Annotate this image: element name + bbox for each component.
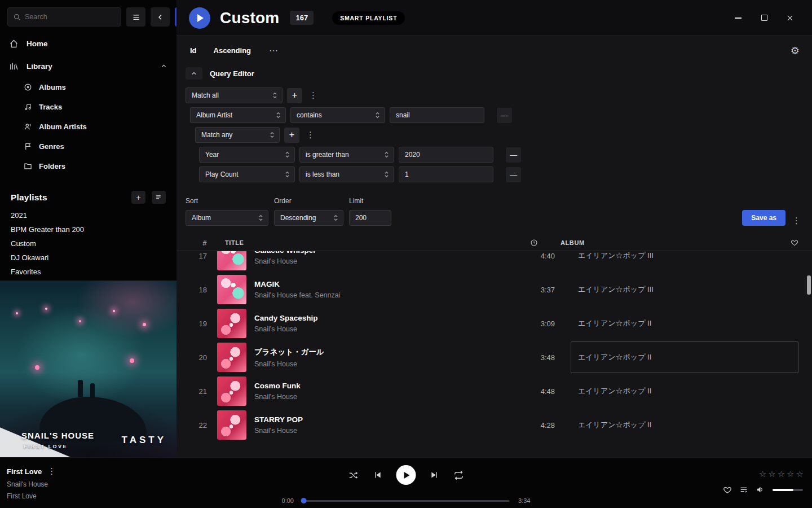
track-title: STARRY POP [254, 415, 523, 424]
track-row[interactable]: 22 STARRY POP Snail's House 4:28 エイリアン☆ポ… [176, 408, 812, 442]
limit-input[interactable] [349, 210, 391, 226]
star-icon[interactable]: ☆ [759, 469, 766, 479]
query-editor: Query Editor Match all + ⋮ Album Artist … [176, 67, 812, 226]
skip-previous-icon[interactable] [373, 470, 382, 480]
more-options-icon[interactable]: ⋯ [269, 45, 279, 56]
maximize-button[interactable] [759, 13, 769, 23]
volume-slider[interactable] [773, 489, 803, 491]
track-number: 17 [190, 252, 207, 260]
volume-icon[interactable] [756, 485, 765, 494]
search-input[interactable] [25, 13, 116, 21]
home-icon [9, 39, 19, 49]
track-album[interactable]: エイリアン☆ポップ III [571, 274, 798, 305]
sidebar-item-library[interactable]: Library [0, 55, 176, 77]
save-as-button[interactable]: Save as [742, 210, 785, 226]
playlist-item-custom[interactable]: Custom [0, 237, 176, 251]
playlist-options-button[interactable] [152, 191, 166, 204]
group-menu-icon[interactable]: ⋮ [304, 130, 317, 140]
track-album[interactable]: エイリアン☆ポップ III [571, 251, 798, 271]
track-album[interactable]: エイリアン☆ポップ II [571, 409, 798, 441]
track-title: プラネット・ガール [254, 347, 523, 357]
close-button[interactable] [785, 13, 795, 23]
rule-value-input[interactable] [399, 167, 493, 182]
playlist-item-dj-okawari[interactable]: DJ Okawari [0, 251, 176, 265]
chevron-up-icon[interactable] [160, 63, 167, 70]
star-icon[interactable]: ☆ [796, 469, 804, 479]
match-mode-select[interactable]: Match any [195, 127, 280, 143]
add-rule-button[interactable]: + [287, 88, 302, 103]
repeat-icon[interactable] [454, 470, 464, 480]
sort-select[interactable]: Album [186, 210, 268, 226]
favorite-heart-icon[interactable] [723, 485, 732, 494]
sidebar-item-albums[interactable]: Albums [0, 77, 176, 97]
smart-playlist-badge: SMART PLAYLIST [332, 11, 405, 25]
now-playing-menu-icon[interactable]: ⋮ [47, 466, 56, 476]
query-editor-header: Query Editor [186, 67, 812, 80]
track-album[interactable]: エイリアン☆ポップ II [571, 308, 798, 339]
sidebar: Home Library Albums Tracks Album Artists… [0, 0, 176, 457]
seek-bar[interactable] [302, 500, 510, 502]
track-row[interactable]: 20 プラネット・ガール Snail's House 3:48 エイリアン☆ポッ… [176, 340, 812, 374]
seek-handle[interactable] [301, 498, 307, 503]
track-row[interactable]: 21 Cosmo Funk Snail's House 4:48 エイリアン☆ポ… [176, 374, 812, 408]
sidebar-item-folders[interactable]: Folders [0, 156, 176, 176]
rule-field-select[interactable]: Play Count [199, 167, 295, 182]
rule-value-input[interactable] [390, 107, 484, 123]
remove-rule-button[interactable]: — [506, 147, 521, 163]
track-row[interactable]: 18 MAGIK Snail's House feat. Sennzai 3:3… [176, 273, 812, 306]
play-playlist-button[interactable] [189, 7, 210, 29]
add-rule-button[interactable]: + [284, 128, 299, 143]
list-icon [155, 194, 162, 201]
track-album[interactable]: エイリアン☆ポップ II [571, 375, 798, 407]
scrollbar-thumb[interactable] [807, 275, 811, 295]
order-select[interactable]: Descending [274, 210, 343, 226]
search-box[interactable] [7, 7, 121, 27]
rule-field-select[interactable]: Year [199, 147, 295, 163]
save-menu-icon[interactable]: ⋮ [790, 216, 803, 226]
remove-rule-button[interactable]: — [497, 108, 512, 123]
sidebar-item-home[interactable]: Home [0, 32, 176, 55]
gear-icon[interactable]: ⚙ [791, 46, 800, 56]
favorite-heart-icon[interactable] [782, 239, 798, 247]
col-title[interactable]: TITLE [225, 239, 506, 246]
rule-operator-select[interactable]: is less than [299, 167, 394, 182]
rule-operator-select[interactable]: is greater than [299, 147, 394, 163]
col-number[interactable]: # [190, 239, 207, 247]
sort-order-label[interactable]: Ascending [214, 46, 251, 55]
group-menu-icon[interactable]: ⋮ [307, 90, 320, 100]
add-playlist-button[interactable]: + [131, 191, 145, 204]
track-row[interactable]: 19 Candy Spaceship Snail's House 3:09 エイ… [176, 306, 812, 340]
rule-operator-select[interactable]: contains [290, 107, 385, 123]
duration-clock-icon[interactable] [506, 239, 538, 247]
sidebar-item-album-artists[interactable]: Album Artists [0, 117, 176, 137]
star-icon[interactable]: ☆ [787, 469, 794, 479]
track-count-badge: 167 [290, 11, 314, 25]
playlist-item-2021[interactable]: 2021 [0, 208, 176, 222]
star-icon[interactable]: ☆ [768, 469, 775, 479]
sidebar-item-tracks[interactable]: Tracks [0, 97, 176, 117]
sort-field-label[interactable]: Id [190, 46, 197, 55]
track-row[interactable]: 17 Galactic Whisper Snail's House 4:40 エ… [176, 251, 812, 273]
play-pause-button[interactable] [396, 465, 416, 485]
track-number: 19 [190, 319, 207, 328]
page-title: Custom [220, 9, 279, 27]
shuffle-icon[interactable] [348, 470, 359, 480]
playlist-item-favorites[interactable]: Favorites [0, 265, 176, 279]
track-album-focused[interactable]: エイリアン☆ポップ II [571, 341, 798, 373]
rule-field-select[interactable]: Album Artist [190, 107, 286, 123]
nav-back-button[interactable] [151, 7, 170, 27]
queue-icon[interactable] [739, 485, 748, 494]
sidebar-item-genres[interactable]: Genres [0, 137, 176, 156]
collapse-query-button[interactable] [186, 67, 202, 80]
remove-rule-button[interactable]: — [506, 167, 521, 182]
rule-value-input[interactable] [399, 147, 493, 163]
skip-next-icon[interactable] [430, 470, 440, 480]
menu-button[interactable] [126, 7, 145, 27]
star-icon[interactable]: ☆ [778, 469, 785, 479]
minimize-button[interactable] [733, 13, 743, 23]
col-album[interactable]: ALBUM [554, 239, 782, 246]
match-mode-select[interactable]: Match all [186, 87, 283, 103]
rating-stars: ☆ ☆ ☆ ☆ ☆ [759, 469, 804, 479]
playlist-item-bpm[interactable]: BPM Greater than 200 [0, 222, 176, 237]
track-artist: Snail's House [254, 393, 523, 401]
